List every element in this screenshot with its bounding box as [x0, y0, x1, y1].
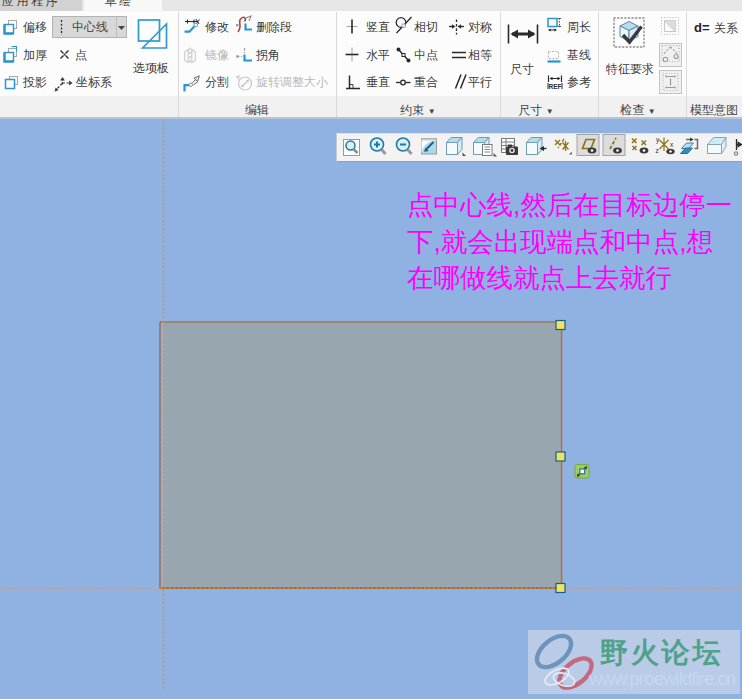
svg-text:x: x [670, 141, 674, 148]
svg-text:z: z [656, 147, 659, 154]
svg-text:y: y [656, 136, 660, 144]
svg-text:REF: REF [549, 83, 562, 90]
